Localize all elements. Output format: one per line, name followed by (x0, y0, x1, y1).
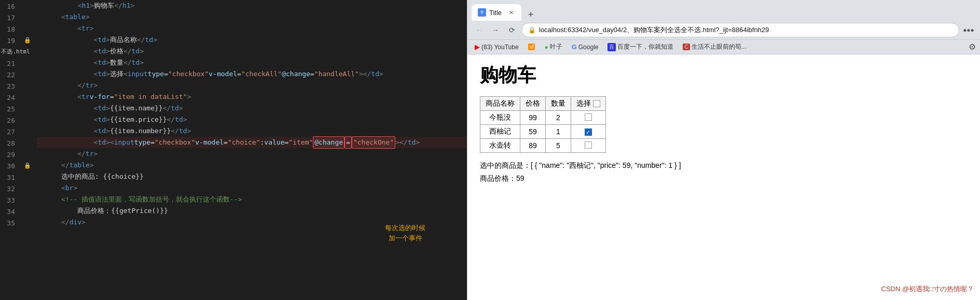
leaf-icon: ● (544, 44, 548, 51)
header-checkbox[interactable] (593, 100, 600, 107)
table-row: 今瓶没 99 2 (480, 111, 606, 125)
bookmark-leaf-label: 叶子 (550, 42, 562, 51)
selected-items-text: 选中的商品是：[ { "name": "西柚记", "price": 59, "… (480, 159, 968, 172)
browser-panel: T Title ✕ + ← → ⟳ 🔒 localhost:63342/vue_… (467, 0, 980, 300)
code-line-22: <td>选择 <input type="checkbox" v-model="c… (37, 68, 467, 80)
col-header-quantity: 数量 (546, 97, 571, 111)
code-line-18: <tr> (37, 23, 467, 34)
forward-button[interactable]: → (488, 23, 503, 37)
col-header-name: 商品名称 (480, 97, 520, 111)
cart-table: 商品名称 价格 数量 选择 今瓶没 99 2 (480, 96, 606, 153)
code-line-26: <td>{{item.price}}</td> (37, 114, 467, 125)
product-select-cell (571, 139, 606, 153)
code-line-20: <td>价格</td> (37, 46, 467, 57)
code-line-23: </tr> (37, 80, 467, 91)
product-name-cell: 水壶转 (480, 139, 520, 153)
code-line-17: <table> (37, 11, 467, 23)
code-line-33: <!-- 插值语法里面，写函数加括号，就会执行这个函数--> (37, 194, 467, 205)
bookmark-leaf[interactable]: ● 叶子 (541, 41, 565, 52)
address-bar[interactable]: 🔒 localhost:63342/vue_day04/2、购物车案列全选全不选… (521, 23, 959, 37)
tab-title: Title (489, 9, 502, 17)
code-line-27: <td>{{item.number}}</td> (37, 125, 467, 137)
table-row: 西柚记 59 1 ✓ (480, 125, 606, 139)
code-editor: 16 17 18 19 20 21 22 23 24 25 26 27 28 2… (0, 0, 467, 300)
code-line-29: </tr> (37, 148, 467, 160)
bookmark-baidu[interactable]: 百 百度一下，你就知道 (604, 41, 677, 52)
lock-icon: 🔒 (528, 26, 536, 34)
code-line-24: <tr v-for="item in dataList"> (37, 91, 467, 103)
bookmark-google-label: Google (578, 44, 599, 51)
editor-gutter: 🔒 🔒 (23, 0, 35, 300)
table-row: 水壶转 89 5 (480, 139, 606, 153)
extensions-button[interactable]: ●●● (961, 23, 976, 37)
back-button[interactable]: ← (472, 23, 486, 37)
bookmark-google[interactable]: G Google (569, 42, 602, 52)
code-line-30: </table> (37, 160, 467, 171)
product-quantity-cell: 1 (546, 125, 571, 139)
new-tab-button[interactable]: + (523, 6, 538, 21)
code-line-34: 商品价格：{{getPrice()}} (37, 205, 467, 217)
code-line-31: 选中的商品: {{choice}} (37, 171, 467, 182)
product-name-cell: 今瓶没 (480, 111, 520, 125)
code-line-16: <h1>购物车</h1> (37, 0, 467, 11)
bookmark-youtube-label: (83) YouTube (481, 44, 519, 51)
csdn-watermark: CSDN @初遇我□寸の热情呢？ (881, 284, 974, 294)
extensions-area: ⚙ (969, 42, 976, 52)
google-icon: G (572, 43, 577, 51)
xf-icon: xf (528, 44, 535, 50)
row-checkbox-2[interactable]: ✓ (585, 128, 592, 136)
page-title: 购物车 (480, 63, 968, 88)
code-line-32: <br> (37, 182, 467, 194)
code-content: 不选.html <h1>购物车</h1> <table> <tr> <td>商品… (35, 0, 467, 300)
code-line-28: <td><input type="checkbox" v-model="choi… (37, 137, 467, 148)
refresh-button[interactable]: ⟳ (505, 23, 519, 37)
baidu-icon: 百 (608, 43, 616, 51)
url-text: localhost:63342/vue_day04/2、购物车案列全选全不选.h… (539, 25, 769, 35)
row-checkbox-3[interactable] (585, 141, 592, 149)
code-line-21: <td>数量</td> (37, 57, 467, 68)
code-line-25: <td>{{item.name}}</td> (37, 103, 467, 114)
line-numbers: 16 17 18 19 20 21 22 23 24 25 26 27 28 2… (0, 0, 23, 300)
active-tab[interactable]: T Title ✕ (472, 4, 521, 21)
bookmark-youtube[interactable]: ▶ (83) YouTube (472, 42, 522, 52)
product-price-cell: 99 (520, 111, 546, 125)
browser-content: 购物车 商品名称 价格 数量 选择 今瓶没 99 2 (467, 54, 980, 300)
table-header-row: 商品名称 价格 数量 选择 (480, 97, 606, 111)
life-icon: C (683, 44, 689, 50)
bookmarks-bar: ▶ (83) YouTube xf ● 叶子 G Google 百 百度一下，你… (467, 39, 980, 54)
tab-bar: T Title ✕ + (467, 0, 980, 21)
navigation-bar: ← → ⟳ 🔒 localhost:63342/vue_day04/2、购物车案… (467, 21, 980, 39)
total-price-text: 商品价格：59 (480, 172, 968, 185)
product-price-cell: 89 (520, 139, 546, 153)
code-annotation: 每次选的时候加一个事件 (385, 223, 425, 243)
code-line-19: <td>商品名称</td> (37, 34, 467, 46)
bookmark-life-label: 生活不止眼前的苟... (692, 42, 747, 51)
bookmark-baidu-label: 百度一下，你就知道 (617, 42, 673, 51)
product-price-cell: 59 (520, 125, 546, 139)
product-select-cell (571, 111, 606, 125)
product-quantity-cell: 5 (546, 139, 571, 153)
row-checkbox-1[interactable] (585, 113, 592, 121)
extensions-icon[interactable]: ⚙ (969, 42, 976, 51)
col-header-price: 价格 (520, 97, 546, 111)
bookmark-xf[interactable]: xf (525, 42, 539, 51)
browser-chrome: T Title ✕ + ← → ⟳ 🔒 localhost:63342/vue_… (467, 0, 980, 54)
col-header-select: 选择 (571, 97, 606, 111)
product-quantity-cell: 2 (546, 111, 571, 125)
product-name-cell: 西柚记 (480, 125, 520, 139)
youtube-icon: ▶ (475, 43, 480, 51)
tab-close-button[interactable]: ✕ (507, 8, 515, 17)
tab-favicon: T (478, 8, 486, 17)
product-select-cell: ✓ (571, 125, 606, 139)
bookmark-life[interactable]: C 生活不止眼前的苟... (680, 41, 749, 52)
